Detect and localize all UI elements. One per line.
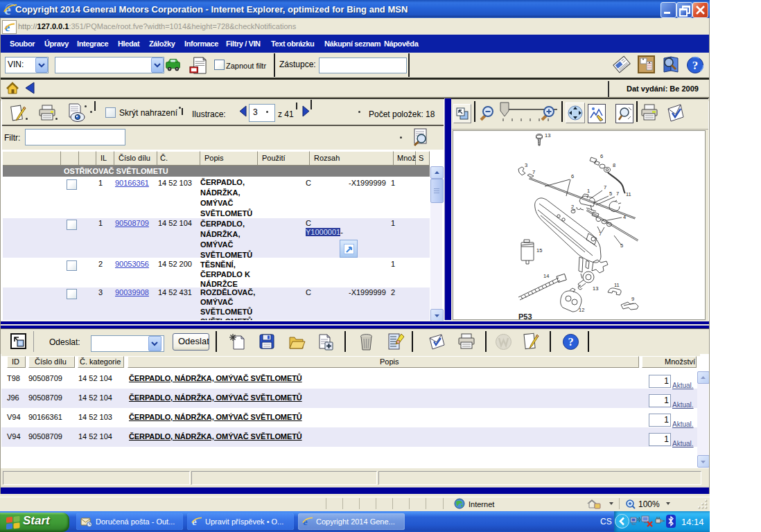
svg-text:5: 5	[609, 190, 612, 197]
svg-text:8: 8	[613, 162, 615, 168]
svg-text:11: 11	[614, 282, 620, 288]
svg-text:11: 11	[626, 191, 631, 197]
svg-text:6: 6	[571, 173, 574, 179]
svg-text:?: ?	[568, 335, 573, 348]
svg-text:9: 9	[631, 296, 634, 302]
svg-text:14: 14	[543, 273, 549, 279]
svg-text:7: 7	[604, 184, 606, 190]
svg-text:2: 2	[571, 204, 574, 210]
svg-text:12: 12	[579, 307, 584, 313]
svg-text:13: 13	[593, 285, 598, 292]
svg-text:6: 6	[600, 153, 603, 159]
svg-text:P53: P53	[518, 312, 532, 321]
svg-text:7: 7	[532, 169, 535, 175]
svg-text:5: 5	[620, 242, 623, 249]
svg-text:3: 3	[525, 162, 527, 168]
svg-text:15: 15	[536, 247, 542, 254]
svg-text:13: 13	[545, 132, 550, 139]
svg-text:4: 4	[623, 214, 626, 220]
svg-text:1: 1	[587, 188, 590, 194]
svg-text:?: ?	[692, 59, 699, 72]
svg-text:7: 7	[616, 190, 619, 197]
